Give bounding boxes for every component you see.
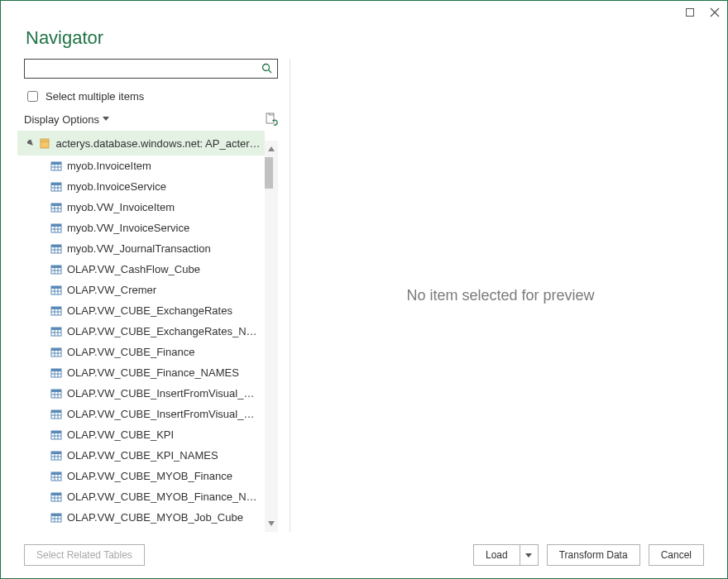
footer-right: Load Transform Data Cancel xyxy=(473,544,704,566)
dialog-title: Navigator xyxy=(26,27,702,49)
select-related-tables-button[interactable]: Select Related Tables xyxy=(24,544,145,566)
table-icon xyxy=(50,223,62,234)
tree-item[interactable]: OLAP.VW_CUBE_KPI xyxy=(17,424,265,445)
tree-item[interactable]: OLAP.VW_CUBE_KPI_NAMES xyxy=(17,445,265,466)
svg-marker-8 xyxy=(27,140,34,147)
cancel-button[interactable]: Cancel xyxy=(649,544,704,566)
svg-rect-87 xyxy=(51,472,61,475)
svg-marker-5 xyxy=(103,117,109,121)
preview-message: No item selected for preview xyxy=(406,287,594,304)
svg-rect-62 xyxy=(51,369,61,371)
tree-item[interactable]: OLAP.VW_CUBE_ExchangeRates_NAMES xyxy=(17,321,265,342)
table-icon xyxy=(50,450,62,462)
svg-marker-103 xyxy=(525,553,532,557)
table-icon xyxy=(50,160,62,172)
scroll-thumb[interactable] xyxy=(265,157,273,189)
svg-rect-12 xyxy=(51,162,61,165)
tree: acterys.database.windows.net: AP_acterys… xyxy=(17,131,265,532)
svg-marker-101 xyxy=(268,146,275,151)
tree-root-node[interactable]: acterys.database.windows.net: AP_acterys… xyxy=(17,131,265,156)
select-multiple-checkbox[interactable] xyxy=(27,91,38,102)
scrollbar[interactable] xyxy=(265,141,278,532)
load-split-button: Load xyxy=(473,544,539,566)
tree-item-label: OLAP.VW_CUBE_Finance xyxy=(67,346,194,358)
tree-item[interactable]: OLAP.VW_CUBE_MYOB_Job_Cube xyxy=(17,507,265,528)
tree-item-label: myob.VW_JournalTransaction xyxy=(67,242,211,255)
svg-rect-42 xyxy=(51,286,61,289)
svg-rect-47 xyxy=(51,307,61,309)
scroll-down-icon[interactable] xyxy=(265,515,278,532)
svg-rect-17 xyxy=(51,183,61,185)
database-icon xyxy=(39,137,50,149)
tree-item-label: myob.InvoiceService xyxy=(67,180,166,193)
collapse-icon xyxy=(27,140,34,147)
table-icon xyxy=(50,243,62,255)
svg-rect-32 xyxy=(51,245,61,247)
refresh-button[interactable] xyxy=(265,112,278,126)
tree-item-label: OLAP.VW_Cremer xyxy=(67,284,156,296)
tree-item-label: myob.InvoiceItem xyxy=(67,160,151,172)
svg-rect-82 xyxy=(51,452,61,454)
svg-rect-92 xyxy=(51,493,61,495)
svg-rect-77 xyxy=(51,431,61,433)
svg-rect-72 xyxy=(51,410,61,413)
load-button[interactable]: Load xyxy=(473,544,520,566)
tree-item[interactable]: myob.VW_InvoiceService xyxy=(17,218,265,238)
tree-item[interactable]: OLAP.VW_CUBE_Finance_NAMES xyxy=(17,362,265,383)
scroll-track[interactable] xyxy=(265,157,278,515)
search-input[interactable] xyxy=(24,59,278,79)
transform-data-button[interactable]: Transform Data xyxy=(547,544,640,566)
table-icon xyxy=(50,326,62,337)
table-icon xyxy=(50,305,62,317)
svg-rect-0 xyxy=(687,9,694,17)
display-options-dropdown[interactable]: Display Options xyxy=(24,113,109,126)
square-icon xyxy=(686,8,694,17)
tree-item[interactable]: OLAP.VW_CUBE_InsertFromVisual_Cube_... xyxy=(17,404,265,424)
load-dropdown-button[interactable] xyxy=(520,544,539,566)
tree-item-label: OLAP.VW_CUBE_KPI_NAMES xyxy=(67,449,218,462)
preview-pane: No item selected for preview xyxy=(290,59,711,532)
close-icon xyxy=(710,7,720,17)
svg-rect-27 xyxy=(51,224,61,227)
dialog-footer: Select Related Tables Load Transform Dat… xyxy=(1,532,727,578)
tree-item[interactable]: OLAP.VW_CUBE_MYOB_Finance_NAMES xyxy=(17,486,265,507)
tree-item[interactable]: myob.VW_InvoiceItem xyxy=(17,197,265,218)
svg-rect-37 xyxy=(51,266,61,268)
tree-item[interactable]: OLAP.VW_CUBE_InsertFromVisual_Cube xyxy=(17,383,265,404)
tree-item-label: OLAP.VW_CUBE_InsertFromVisual_Cube_... xyxy=(67,408,261,420)
maximize-button[interactable] xyxy=(684,7,696,18)
titlebar xyxy=(1,1,727,24)
tree-item[interactable]: OLAP.VW_CUBE_MYOB_Finance xyxy=(17,466,265,486)
close-button[interactable] xyxy=(709,7,721,18)
table-icon xyxy=(50,429,62,441)
tree-item-label: OLAP.VW_CUBE_ExchangeRates xyxy=(67,304,232,317)
tree-item[interactable]: myob.InvoiceService xyxy=(17,176,265,197)
select-multiple-label: Select multiple items xyxy=(46,90,144,103)
tree-item-label: myob.VW_InvoiceService xyxy=(67,222,189,234)
tree-item[interactable]: OLAP.VW_CUBE_Finance xyxy=(17,342,265,362)
table-icon xyxy=(50,471,62,482)
tree-item[interactable]: OLAP.VW_CashFlow_Cube xyxy=(17,259,265,280)
table-icon xyxy=(50,409,62,420)
tree-item[interactable]: OLAP.VW_CUBE_ExchangeRates xyxy=(17,300,265,321)
table-icon xyxy=(50,202,62,213)
tree-item[interactable]: myob.InvoiceItem xyxy=(17,156,265,176)
tree-item-label: OLAP.VW_CashFlow_Cube xyxy=(67,263,200,275)
search-wrap xyxy=(24,59,278,79)
svg-rect-52 xyxy=(51,328,61,330)
navigator-dialog: Navigator Select multiple items Display … xyxy=(0,0,728,579)
tree-item[interactable]: myob.VW_JournalTransaction xyxy=(17,238,265,259)
tree-item-label: OLAP.VW_CUBE_KPI xyxy=(67,428,174,441)
dialog-body: Select multiple items Display Options xyxy=(1,59,727,532)
svg-marker-7 xyxy=(272,120,275,122)
select-multiple-row[interactable]: Select multiple items xyxy=(24,89,278,104)
tree-item-label: OLAP.VW_CUBE_MYOB_Finance_NAMES xyxy=(67,490,261,503)
scroll-up-icon[interactable] xyxy=(265,141,278,157)
table-icon xyxy=(50,491,62,503)
dialog-header: Navigator xyxy=(1,24,727,59)
refresh-icon xyxy=(265,112,278,126)
tree-item-label: OLAP.VW_CUBE_MYOB_Finance xyxy=(67,470,232,482)
table-icon xyxy=(50,264,62,275)
tree-item-label: OLAP.VW_CUBE_InsertFromVisual_Cube xyxy=(67,387,261,400)
tree-item[interactable]: OLAP.VW_Cremer xyxy=(17,280,265,300)
